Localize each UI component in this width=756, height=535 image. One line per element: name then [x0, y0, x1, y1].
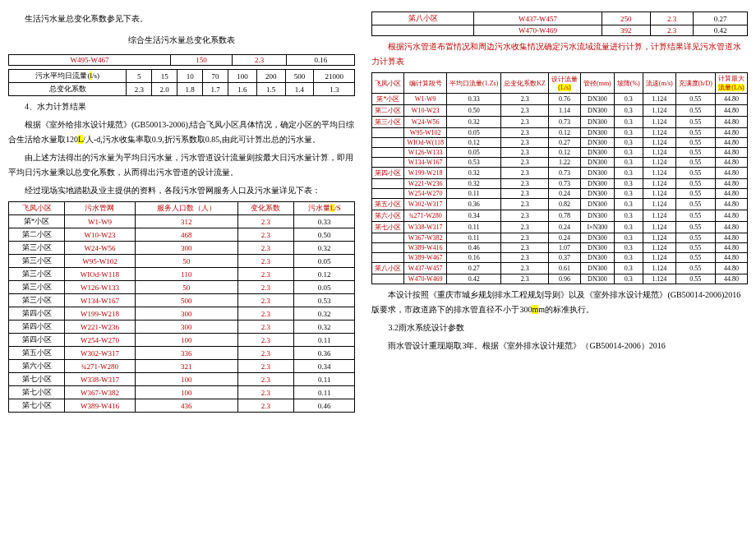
hydraulic-table: 飞凤小区编计算段号平均日流量(1.Zs)总变化系数KZ设计流量(L/s)管径(m…	[371, 72, 748, 284]
para3: 由上述方法得出的污水量为平均日污水量，污水管道设计流量则按最大日污水量计算，即用…	[8, 150, 355, 180]
top-small-table: 第八小区W437-W4572502.30.27W470-W4693922.30.…	[371, 12, 748, 36]
coeff-table: 污水平均日流量(l/s)515107010020050021000 总变化系数2…	[8, 69, 355, 96]
section4-title: 4、水力计算结果	[8, 99, 355, 114]
table1-top: W495-W4671502.30.16	[8, 54, 355, 66]
right-intro: 根据污水管道布置情况和周边污水收集情况确定污水流域流量进行计算，计算结果详见污水…	[371, 39, 748, 69]
para4: 经过现场实地踏勘及业主提供的资料，各段污水管网服务人口及污水量详见下表：	[8, 183, 355, 198]
section32: 3.2雨水系统设计参数	[371, 321, 748, 335]
intro-text: 生活污水量总变化系数参见下表。	[8, 12, 355, 26]
para-r3: 雨水管设计重现期取3年。根据《室外排水设计规范》（GB50014-2006）20…	[371, 339, 748, 353]
para2: 根据《室外给排水设计规范》(GB50013-2006),结合飞凤小区具体情况，确…	[8, 118, 355, 147]
table1-title: 综合生活污水量总变化系数表	[8, 35, 355, 46]
service-table: 飞凤小区污水管网服务人口数（人）变化系数污水量L/S 第*小区W1-W93122…	[8, 201, 355, 413]
para-r2: 本设计按照《重庆市城乡规划排水工程规划导则》以及《室外排水设计规范》(GB500…	[371, 288, 748, 317]
